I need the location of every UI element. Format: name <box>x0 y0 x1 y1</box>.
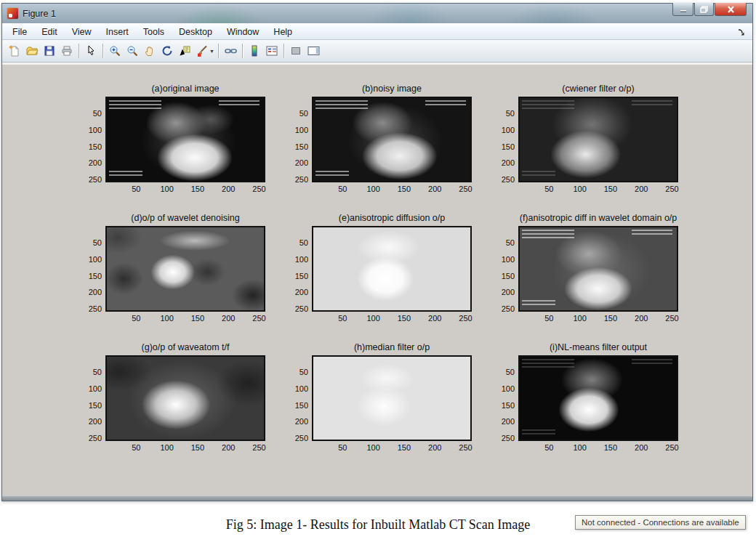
x-axis-ticks-g: 50100150200250 <box>105 441 265 456</box>
rotate-3d-button[interactable] <box>158 42 176 60</box>
x-axis-ticks-c: 50100150200250 <box>518 182 678 197</box>
plot-image-g[interactable] <box>105 355 265 441</box>
screenshot-root: Figure 1 File Edit View Insert Tools Des… <box>0 0 756 542</box>
y-tick-label: 100 <box>89 126 102 134</box>
title-bar[interactable]: Figure 1 <box>2 4 752 23</box>
print-figure-button[interactable] <box>58 42 76 60</box>
x-tick-label: 100 <box>573 185 586 193</box>
plot-image-a[interactable] <box>105 97 265 182</box>
y-tick-label: 250 <box>89 434 102 442</box>
close-icon <box>727 6 735 13</box>
edit-plot-button[interactable] <box>82 42 100 60</box>
y-tick-label: 150 <box>295 272 308 280</box>
dock-arrow-button[interactable] <box>736 28 749 36</box>
x-tick-label: 100 <box>366 314 379 323</box>
menu-tools[interactable]: Tools <box>136 25 172 39</box>
x-tick-label: 250 <box>665 185 678 193</box>
new-figure-button[interactable] <box>6 42 23 60</box>
ct-scan-overlay-text <box>522 230 574 238</box>
restore-button[interactable] <box>694 3 714 16</box>
plot-image-i[interactable] <box>518 355 678 441</box>
x-axis-ticks-i: 50100150200250 <box>518 441 678 456</box>
plot-image-b[interactable] <box>312 97 472 182</box>
y-tick-label: 50 <box>93 368 102 376</box>
plot-image-c[interactable] <box>518 97 678 182</box>
x-tick-label: 50 <box>132 314 140 323</box>
x-tick-label: 50 <box>132 185 140 193</box>
save-figure-button[interactable] <box>41 42 58 60</box>
menu-view[interactable]: View <box>65 25 99 39</box>
menu-desktop[interactable]: Desktop <box>172 25 220 39</box>
brush-data-button[interactable] <box>193 42 211 60</box>
hide-plot-tools-button[interactable] <box>287 42 305 60</box>
x-tick-label: 150 <box>604 314 617 323</box>
y-tick-label: 200 <box>295 158 308 167</box>
y-tick-label: 200 <box>295 417 308 426</box>
plot-image-f[interactable] <box>518 226 678 312</box>
x-tick-label: 250 <box>252 185 265 193</box>
menu-window[interactable]: Window <box>220 25 266 39</box>
x-tick-label: 100 <box>366 443 379 452</box>
data-cursor-button[interactable] <box>176 42 193 60</box>
ct-scan-overlay-text <box>632 100 672 106</box>
x-tick-label: 150 <box>191 185 204 193</box>
link-plot-button[interactable] <box>222 42 239 60</box>
subplot-title-g: (g)o/p of waveatom t/f <box>142 342 230 355</box>
x-tick-label: 200 <box>635 443 648 452</box>
ct-scan-overlay-text <box>315 171 349 178</box>
menu-file[interactable]: File <box>5 25 34 39</box>
menu-edit[interactable]: Edit <box>34 25 65 39</box>
pan-button[interactable] <box>141 42 158 60</box>
y-tick-label: 100 <box>89 255 102 264</box>
subplot-title-d: (d)o/p of wavelet denoising <box>131 213 239 226</box>
plot-image-d[interactable] <box>105 226 265 312</box>
y-tick-label: 200 <box>89 417 102 426</box>
y-tick-label: 100 <box>502 255 515 264</box>
show-plot-tools-button[interactable] <box>305 42 322 60</box>
y-axis-ticks-d: 50100150200250 <box>82 226 105 312</box>
menu-insert[interactable]: Insert <box>99 25 136 39</box>
chain-link-icon <box>225 45 237 57</box>
y-tick-label: 250 <box>89 175 102 184</box>
x-tick-label: 200 <box>428 443 441 452</box>
x-tick-label: 100 <box>160 314 173 323</box>
subplot-title-i: (i)NL-means filter output <box>550 342 647 355</box>
hand-icon <box>144 45 156 57</box>
zoom-in-button[interactable] <box>106 42 124 60</box>
rotate-3d-icon <box>161 45 173 57</box>
x-axis-ticks-b: 50100150200250 <box>312 182 472 197</box>
open-file-button[interactable] <box>23 42 41 60</box>
minimize-button[interactable] <box>672 3 693 16</box>
close-button[interactable] <box>715 3 747 16</box>
plot-image-h[interactable] <box>312 355 472 441</box>
x-tick-label: 100 <box>573 314 586 323</box>
data-cursor-icon <box>179 45 190 57</box>
zoom-out-button[interactable] <box>124 42 141 60</box>
menu-help[interactable]: Help <box>266 25 299 39</box>
y-tick-label: 200 <box>502 417 515 426</box>
x-tick-label: 150 <box>398 443 411 452</box>
x-tick-label: 50 <box>338 443 347 452</box>
x-tick-label: 200 <box>428 314 441 323</box>
ct-scan-overlay-text <box>632 359 672 365</box>
y-axis-ticks-h: 50100150200250 <box>289 355 312 441</box>
y-axis-ticks-b: 50100150200250 <box>289 97 312 182</box>
y-tick-label: 250 <box>295 304 308 313</box>
ct-scan-overlay-text <box>522 359 574 368</box>
insert-legend-button[interactable] <box>263 42 281 60</box>
hide-plot-tools-icon <box>290 45 302 57</box>
x-tick-label: 200 <box>222 314 235 323</box>
save-floppy-icon <box>44 45 55 57</box>
x-axis-ticks-e: 50100150200250 <box>312 312 472 326</box>
plot-image-e[interactable] <box>312 226 472 312</box>
insert-colorbar-button[interactable] <box>246 42 263 60</box>
x-tick-label: 150 <box>398 314 411 323</box>
toolbar: ▼ <box>2 40 752 62</box>
y-axis-ticks-e: 50100150200250 <box>289 226 312 312</box>
pointer-arrow-icon <box>85 45 97 57</box>
ct-scan-overlay-text <box>109 100 161 109</box>
x-tick-label: 100 <box>573 443 586 452</box>
x-tick-label: 50 <box>338 314 347 323</box>
x-axis-ticks-d: 50100150200250 <box>105 312 265 326</box>
brush-dropdown-button[interactable]: ▼ <box>209 49 215 54</box>
